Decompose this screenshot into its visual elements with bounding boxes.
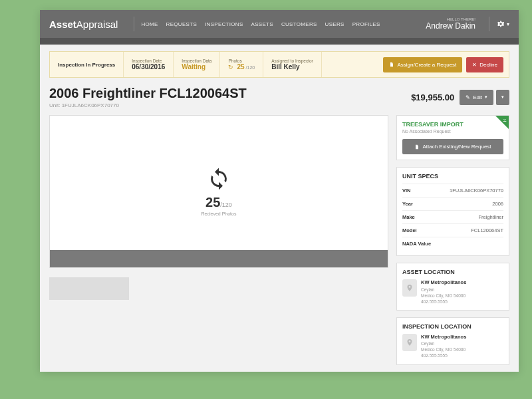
price: $19,955.00 — [411, 92, 454, 102]
more-button[interactable]: ▾ — [496, 90, 509, 105]
treesaver-card: TREESAVER IMPORT No Associated Request A… — [396, 115, 509, 160]
assign-request-button[interactable]: Assign/Create a Request — [383, 57, 462, 72]
treesaver-sub: No Associated Request — [402, 129, 503, 134]
document-icon — [414, 144, 420, 150]
photo-panel: 25 /120 Recieved Photos — [49, 115, 388, 268]
edit-group: ✎ Edit ▾ ▾ — [460, 90, 509, 105]
chevron-down-icon: ▾ — [485, 94, 487, 100]
photo-bottom-bar — [50, 250, 388, 267]
spec-row-nada: NADA Value — [402, 237, 503, 250]
status-actions: Assign/Create a Request ✕ Decline — [378, 52, 509, 77]
spec-row-vin: VIN1FUJLA6CK06PX70770 — [402, 184, 503, 197]
inspection-location-card: INSPECTION LOCATION KW Metropolitanos Ce… — [396, 317, 509, 365]
status-date: Inspection Date 06/30/2016 — [124, 52, 174, 77]
brand-asset: Asset — [49, 19, 76, 30]
download-icon — [502, 117, 507, 122]
spec-row-make: MakeFreightliner — [402, 210, 503, 223]
map-pin-icon — [402, 279, 417, 297]
decline-button[interactable]: ✕ Decline — [466, 57, 503, 72]
asset-location-title: ASSET LOCATION — [402, 269, 503, 275]
document-icon — [389, 62, 394, 67]
inspection-location-info: KW Metropolitanos Ceylan Mexico City, MO… — [421, 334, 466, 359]
spec-row-model: ModelFCL120064ST — [402, 223, 503, 237]
status-assigned: Assigned to Inspector Bill Kelly — [263, 52, 322, 77]
divider — [489, 17, 489, 31]
photo-count: 25 /120 — [205, 195, 232, 210]
inspection-location-title: INSPECTION LOCATION — [402, 323, 503, 330]
user-name: Andrew Dakin — [426, 21, 475, 31]
treesaver-title: TREESAVER IMPORT — [402, 121, 503, 128]
received-label: Recieved Photos — [201, 211, 237, 216]
asset-location-card: ASSET LOCATION KW Metropolitanos Ceylan … — [396, 263, 509, 311]
status-photos: Photos ↻ 25 /120 — [220, 52, 263, 77]
nav-requests[interactable]: REQUESTS — [166, 21, 197, 27]
topbar: AssetAppraisal HOME REQUESTS INSPECTIONS… — [40, 10, 519, 38]
status-data: Inspection Data Waiting — [174, 52, 220, 77]
nav-customers[interactable]: CUSTOMERS — [281, 21, 317, 27]
edit-button[interactable]: ✎ Edit ▾ — [460, 90, 493, 105]
brand-appraisal: Appraisal — [76, 19, 118, 30]
chevron-down-icon[interactable]: ▾ — [507, 21, 509, 27]
app-window: AssetAppraisal HOME REQUESTS INSPECTIONS… — [40, 10, 519, 372]
map-pin-icon — [402, 334, 417, 351]
gear-icon[interactable] — [496, 19, 505, 29]
main-columns: 25 /120 Recieved Photos TREESAVER IMPORT… — [49, 115, 509, 365]
user-block[interactable]: HELLO THERE! Andrew Dakin — [426, 17, 475, 31]
divider — [134, 17, 134, 31]
subbar — [40, 38, 519, 45]
title-block: 2006 Freightliner FCL120064ST Unit: 1FUJ… — [49, 86, 247, 108]
refresh-icon: ↻ — [228, 64, 233, 70]
nav-profiles[interactable]: PROFILES — [352, 21, 380, 27]
content-area: Inspection In Progress Inspection Date 0… — [40, 45, 519, 372]
right-column: TREESAVER IMPORT No Associated Request A… — [396, 115, 509, 365]
sync-icon — [207, 167, 231, 191]
title-bar: 2006 Freightliner FCL120064ST Unit: 1FUJ… — [49, 78, 509, 115]
chevron-down-icon: ▾ — [501, 94, 504, 100]
status-progress: Inspection In Progress — [50, 52, 124, 77]
pencil-icon: ✎ — [466, 94, 470, 100]
nav-assets[interactable]: ASSETS — [251, 21, 273, 27]
attach-request-button[interactable]: Attach Existing/New Request — [402, 139, 503, 154]
asset-location-info: KW Metropolitanos Ceylan Mexico City, MO… — [421, 279, 466, 305]
left-column: 25 /120 Recieved Photos — [49, 115, 388, 300]
page-title: 2006 Freightliner FCL120064ST — [49, 86, 247, 101]
nav-inspections[interactable]: INSPECTIONS — [205, 21, 243, 27]
brand-logo[interactable]: AssetAppraisal — [49, 19, 118, 30]
main-nav: HOME REQUESTS INSPECTIONS ASSETS CUSTOME… — [141, 21, 380, 27]
spec-row-year: Year2006 — [402, 197, 503, 210]
placeholder-block — [49, 277, 129, 300]
nav-home[interactable]: HOME — [141, 21, 158, 27]
unit-specs-card: UNIT SPECS VIN1FUJLA6CK06PX70770 Year200… — [396, 167, 509, 256]
nav-users[interactable]: USERS — [325, 21, 344, 27]
specs-title: UNIT SPECS — [402, 173, 503, 180]
status-row: Inspection In Progress Inspection Date 0… — [49, 51, 509, 78]
close-icon: ✕ — [472, 62, 477, 68]
unit-label: Unit: 1FUJLA6CK06PX70770 — [49, 102, 247, 108]
